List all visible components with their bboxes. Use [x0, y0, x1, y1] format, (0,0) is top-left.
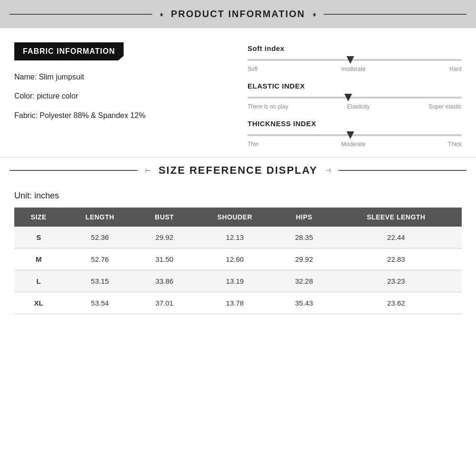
- divider-mark-right: ⊣: [325, 167, 331, 174]
- cell-3-0: XL: [14, 292, 63, 314]
- size-reference-divider: ⊢ SIZE REFERENCE DISPLAY ⊣: [0, 157, 476, 183]
- cell-0-5: 22.44: [330, 227, 462, 248]
- col-size: SIZE: [14, 208, 63, 227]
- fabric-right: Soft index Soft moderate Hard ELASTIC IN…: [248, 42, 462, 148]
- soft-index-section: Soft index Soft moderate Hard: [248, 44, 462, 72]
- cell-0-2: 29.92: [137, 227, 192, 248]
- cell-1-2: 31.50: [137, 248, 192, 270]
- elastic-label-mid: Elasticity: [347, 103, 369, 110]
- cell-0-3: 12.13: [192, 227, 278, 248]
- elastic-index-thumb: [345, 94, 352, 101]
- elastic-label-right: Super elastic: [429, 103, 462, 110]
- cell-1-1: 52.76: [63, 248, 137, 270]
- cell-2-2: 33.86: [137, 270, 192, 292]
- cell-0-1: 52.36: [63, 227, 137, 248]
- cell-1-5: 22.83: [330, 248, 462, 270]
- table-row: M52.7631.5012.6029.9222.83: [14, 248, 462, 270]
- col-hips: HIPS: [278, 208, 330, 227]
- thickness-index-section: THICKNESS INDEX Thin Moderate Thick: [248, 119, 462, 148]
- divider-line-right: [338, 170, 466, 171]
- elastic-label-left: There is no play: [248, 103, 288, 110]
- product-header-title: PRODUCT INFORMATION: [171, 9, 305, 20]
- fabric-name: Name: Slim jumpsuit: [14, 72, 228, 82]
- thickness-index-thumb: [347, 131, 354, 139]
- fabric-composition: Fabric: Polyester 88% & Spandex 12%: [14, 110, 228, 121]
- product-header: ♦ PRODUCT INFORMATION ♦: [0, 0, 476, 28]
- cell-2-3: 13.19: [192, 270, 278, 292]
- cell-2-5: 23.23: [330, 270, 462, 292]
- size-table: SIZE LENGTH BUST SHOUDER HIPS SLEEVE LEN…: [14, 208, 462, 314]
- cell-3-3: 13.78: [192, 292, 278, 314]
- thickness-index-title: THICKNESS INDEX: [248, 119, 462, 128]
- soft-label-left: Soft: [248, 66, 258, 72]
- elastic-index-title: ELASTIC INDEX: [248, 82, 462, 90]
- fabric-left: FABRIC INFORMATION Name: Slim jumpsuit C…: [14, 42, 228, 148]
- size-reference-title: SIZE REFERENCE DISPLAY: [159, 164, 317, 177]
- cell-3-5: 23.62: [330, 292, 462, 314]
- divider-mark-left: ⊢: [145, 167, 151, 174]
- cell-1-0: M: [14, 248, 63, 270]
- diamond-left-icon: ♦: [160, 10, 163, 18]
- cell-2-4: 32.28: [278, 270, 330, 292]
- cell-2-1: 53.15: [63, 270, 137, 292]
- cell-0-4: 28.35: [278, 227, 330, 248]
- elastic-index-section: ELASTIC INDEX There is no play Elasticit…: [248, 82, 462, 110]
- col-bust: BUST: [137, 208, 192, 227]
- cell-3-4: 35.43: [278, 292, 330, 314]
- thickness-index-track: [248, 134, 462, 136]
- thickness-label-mid: Moderate: [341, 141, 366, 148]
- thickness-index-labels: Thin Moderate Thick: [248, 141, 462, 148]
- table-header-row: SIZE LENGTH BUST SHOUDER HIPS SLEEVE LEN…: [14, 208, 462, 227]
- soft-label-right: Hard: [449, 66, 462, 72]
- cell-1-4: 29.92: [278, 248, 330, 270]
- fabric-badge: FABRIC INFORMATION: [14, 42, 124, 60]
- size-section: Unit: inches SIZE LENGTH BUST SHOUDER HI…: [0, 183, 476, 476]
- thickness-label-left: Thin: [248, 141, 258, 148]
- divider-line-left: [10, 170, 138, 171]
- cell-2-0: L: [14, 270, 63, 292]
- fabric-section: FABRIC INFORMATION Name: Slim jumpsuit C…: [0, 28, 476, 157]
- thickness-label-right: Thick: [448, 141, 462, 148]
- table-row: XL53.5437.0113.7835.4323.62: [14, 292, 462, 314]
- col-length: LENGTH: [63, 208, 137, 227]
- soft-index-title: Soft index: [248, 44, 462, 52]
- elastic-index-labels: There is no play Elasticity Super elasti…: [248, 103, 462, 110]
- soft-index-track: [248, 59, 462, 61]
- soft-index-thumb: [347, 56, 354, 64]
- fabric-color: Color: picture color: [14, 91, 228, 101]
- page-wrapper: ♦ PRODUCT INFORMATION ♦ FABRIC INFORMATI…: [0, 0, 476, 476]
- table-row: S52.3629.9212.1328.3522.44: [14, 227, 462, 248]
- table-row: L53.1533.8613.1932.2823.23: [14, 270, 462, 292]
- soft-label-mid: moderate: [341, 66, 366, 72]
- col-shoulder: SHOUDER: [192, 208, 278, 227]
- col-sleeve: SLEEVE LENGTH: [330, 208, 462, 227]
- soft-index-labels: Soft moderate Hard: [248, 66, 462, 72]
- cell-3-1: 53.54: [63, 292, 137, 314]
- unit-label: Unit: inches: [14, 191, 462, 201]
- elastic-index-track: [248, 97, 462, 99]
- cell-1-3: 12.60: [192, 248, 278, 270]
- diamond-right-icon: ♦: [313, 10, 316, 18]
- cell-0-0: S: [14, 227, 63, 248]
- header-line-right: [324, 14, 466, 15]
- cell-3-2: 37.01: [137, 292, 192, 314]
- header-line-left: [10, 14, 152, 15]
